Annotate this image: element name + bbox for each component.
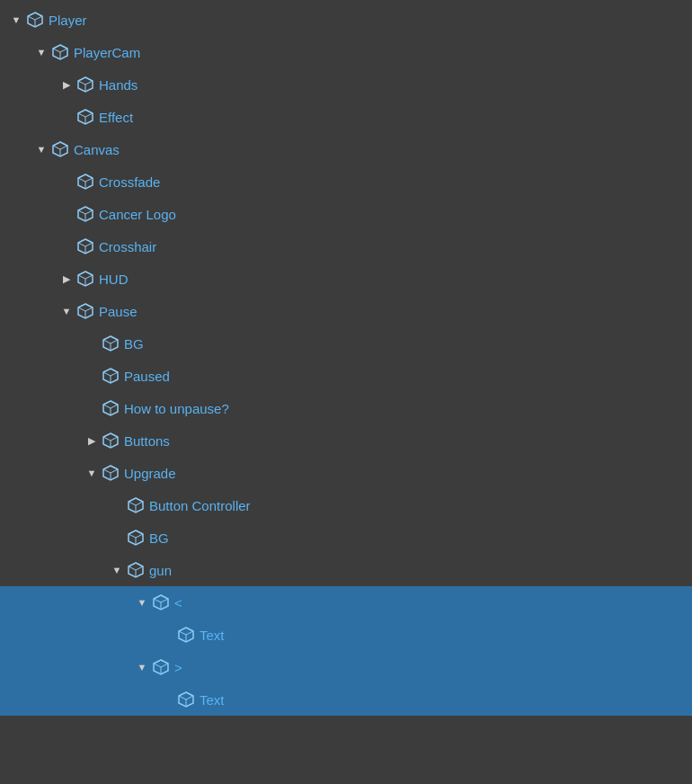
svg-marker-64: [179, 692, 193, 699]
cube-icon: [176, 690, 196, 709]
item-label: >: [174, 660, 182, 675]
expand-arrow[interactable]: [58, 76, 75, 94]
cube-icon: [176, 625, 196, 645]
tree-item-effect[interactable]: Effect: [0, 101, 692, 133]
expand-arrow[interactable]: [133, 593, 151, 611]
svg-marker-7: [78, 77, 93, 85]
tree-item-player[interactable]: Player: [0, 4, 692, 36]
svg-marker-46: [129, 498, 143, 505]
item-label: Hands: [99, 77, 138, 93]
cube-icon: [50, 42, 70, 62]
tree-item-gun[interactable]: gun: [0, 554, 692, 586]
item-label: PlayerCam: [74, 45, 140, 60]
cube-icon: [151, 592, 171, 612]
svg-marker-28: [78, 304, 93, 311]
tree-item-paused[interactable]: Paused: [0, 360, 692, 392]
item-label: How to unpause?: [124, 401, 229, 416]
item-label: Text: [200, 692, 225, 708]
cube-icon: [126, 528, 146, 548]
tree-item-buttons[interactable]: Buttons: [0, 424, 692, 457]
svg-marker-34: [103, 369, 118, 376]
cube-icon: [101, 334, 120, 353]
item-label: Pause: [99, 304, 138, 319]
cube-icon: [75, 269, 95, 289]
tree-item-cancerlogo[interactable]: Cancer Logo: [0, 198, 692, 230]
tree-item-bg[interactable]: BG: [0, 327, 692, 360]
svg-marker-31: [103, 336, 118, 343]
tree-item-lt[interactable]: <: [0, 586, 692, 619]
tree-item-text1[interactable]: Text: [0, 619, 692, 651]
cube-icon: [126, 495, 146, 515]
cube-icon: [75, 301, 95, 321]
expand-arrow[interactable]: [58, 302, 75, 320]
svg-marker-43: [103, 466, 118, 473]
item-label: Paused: [124, 369, 170, 384]
cube-icon: [101, 366, 120, 386]
cube-icon: [75, 75, 95, 94]
tree-item-playercam[interactable]: PlayerCam: [0, 36, 692, 68]
tree-item-hud[interactable]: HUD: [0, 263, 692, 295]
svg-marker-16: [78, 174, 93, 182]
expand-arrow[interactable]: [58, 270, 75, 288]
svg-marker-22: [78, 239, 93, 246]
cube-icon: [151, 657, 171, 677]
svg-marker-61: [154, 660, 168, 667]
item-label: Crosshair: [99, 239, 156, 254]
expand-arrow[interactable]: [83, 432, 101, 450]
item-label: <: [174, 595, 182, 610]
svg-marker-49: [129, 530, 143, 538]
tree-item-crosshair[interactable]: Crosshair: [0, 230, 692, 263]
svg-marker-55: [154, 595, 168, 602]
item-label: Crossfade: [99, 174, 160, 190]
svg-marker-4: [53, 45, 67, 52]
svg-marker-19: [78, 207, 93, 214]
tree-item-howtounpause[interactable]: How to unpause?: [0, 392, 692, 424]
svg-marker-58: [179, 628, 193, 635]
cube-icon: [75, 172, 95, 192]
tree-item-canvas[interactable]: Canvas: [0, 133, 692, 165]
svg-marker-13: [53, 142, 67, 149]
tree-item-buttoncontroller[interactable]: Button Controller: [0, 489, 692, 521]
item-label: Buttons: [124, 433, 170, 449]
tree-item-bg2[interactable]: BG: [0, 521, 692, 554]
expand-arrow[interactable]: [83, 464, 101, 482]
cube-icon: [50, 139, 70, 159]
item-label: HUD: [99, 272, 129, 287]
cube-icon: [25, 10, 45, 30]
item-label: BG: [124, 336, 144, 352]
cube-icon: [126, 560, 146, 580]
item-label: Player: [49, 13, 87, 28]
svg-marker-25: [78, 272, 93, 279]
svg-marker-52: [129, 563, 143, 570]
cube-icon: [75, 204, 95, 224]
item-label: gun: [149, 563, 172, 578]
svg-marker-1: [28, 13, 42, 20]
tree-item-hands[interactable]: Hands: [0, 68, 692, 101]
item-label: Effect: [99, 110, 133, 125]
item-label: Cancer Logo: [99, 207, 176, 222]
cube-icon: [75, 107, 95, 127]
item-label: Upgrade: [124, 466, 176, 481]
tree-item-upgrade[interactable]: Upgrade: [0, 457, 692, 489]
tree-item-gt[interactable]: >: [0, 651, 692, 683]
expand-arrow[interactable]: [108, 561, 126, 579]
cube-icon: [101, 463, 120, 483]
cube-icon: [101, 398, 120, 418]
cube-icon: [101, 431, 120, 450]
tree-item-text2[interactable]: Text: [0, 683, 692, 716]
expand-arrow[interactable]: [133, 658, 151, 676]
item-label: Canvas: [74, 142, 120, 157]
svg-marker-40: [103, 433, 118, 441]
svg-marker-10: [78, 110, 93, 117]
expand-arrow[interactable]: [7, 11, 25, 29]
expand-arrow[interactable]: [32, 140, 50, 158]
cube-icon: [75, 236, 95, 256]
tree-item-pause[interactable]: Pause: [0, 295, 692, 327]
item-label: BG: [149, 530, 169, 546]
expand-arrow[interactable]: [32, 43, 50, 61]
item-label: Button Controller: [149, 498, 251, 513]
item-label: Text: [200, 628, 225, 643]
hierarchy-panel: Player PlayerCam Hands Effect Canvas Cro…: [0, 0, 692, 784]
tree-item-crossfade[interactable]: Crossfade: [0, 165, 692, 198]
svg-marker-37: [103, 401, 118, 408]
